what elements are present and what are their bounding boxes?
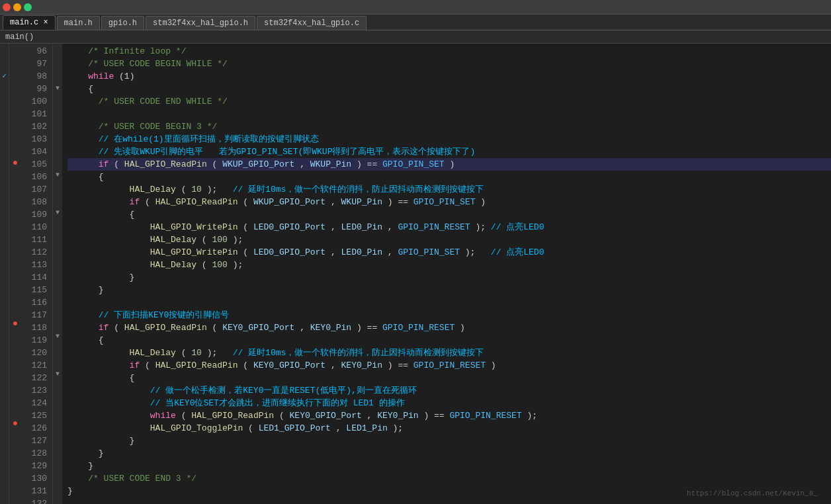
tab-stm32f4xx-hal-gpio-c[interactable]: stm32f4xx_hal_gpio.c: [257, 16, 367, 30]
tab-stm32f4xx-hal-gpio-h[interactable]: stm32f4xx_hal_gpio.h: [146, 16, 255, 30]
debug-gutter: ✓: [0, 44, 9, 504]
code-editor[interactable]: /* Infinite loop */ /* USER CODE BEGIN W…: [62, 44, 831, 504]
tab-gpio-h[interactable]: gpio.h: [101, 16, 144, 30]
code-line-129: }: [67, 460, 831, 472]
code-line-103: // 在while(1)里面循环扫描，判断读取的按键引脚状态: [67, 133, 831, 146]
title-bar: [0, 0, 831, 15]
code-line-125: while ( HAL_GPIO_ReadPin ( KEY0_GPIO_Por…: [67, 409, 831, 422]
maximize-btn[interactable]: [24, 3, 32, 11]
breakpoint-gutter: ● ● ●: [9, 44, 21, 504]
code-line-127: }: [67, 435, 831, 447]
code-line-97: /* USER CODE BEGIN WHILE */: [67, 58, 831, 70]
code-line-102: /* USER CODE BEGIN 3 */: [67, 120, 831, 133]
code-line-128: }: [67, 447, 831, 460]
breakpoint-126[interactable]: ●: [13, 418, 18, 429]
code-line-106: {: [67, 171, 831, 183]
code-line-119: {: [67, 334, 831, 347]
line-numbers: 96 97 98 99 100 101 102 103 104 105 106 …: [21, 44, 53, 504]
code-line-110: HAL_GPIO_WritePin ( LED0_GPIO_Port , LED…: [67, 221, 831, 233]
code-line-121: if ( HAL_GPIO_ReadPin ( KEY0_GPIO_Port ,…: [67, 359, 831, 372]
code-line-101: [67, 108, 831, 120]
code-line-105: if ( HAL_GPIO_ReadPin ( WKUP_GPIO_Port ,…: [67, 158, 831, 171]
code-line-118: if ( HAL_GPIO_ReadPin ( KEY0_GPIO_Port ,…: [67, 321, 831, 334]
watermark: https://blog.csdn.net/Kevin_8_: [687, 489, 818, 497]
code-line-126: HAL_GPIO_TogglePin ( LED1_GPIO_Port , LE…: [67, 422, 831, 435]
tab-main-c[interactable]: main.c ×: [3, 15, 56, 30]
code-line-124: // 当KEY0位SET才会跳出，进而继续执行下面的对 LED1 的操作: [67, 397, 831, 409]
code-line-115: }: [67, 284, 831, 296]
code-line-130: /* USER CODE END 3 */: [67, 472, 831, 485]
code-line-109: {: [67, 208, 831, 221]
main-window: main.c × main.h gpio.h stm32f4xx_hal_gpi…: [0, 0, 831, 504]
code-line-108: if ( HAL_GPIO_ReadPin ( WKUP_GPIO_Port ,…: [67, 196, 831, 208]
code-line-100: /* USER CODE END WHILE */: [67, 95, 831, 108]
code-line-96: /* Infinite loop */: [67, 45, 831, 58]
code-line-120: HAL_Delay ( 10 ); // 延时10ms，做一个软件的消抖，防止因…: [67, 347, 831, 359]
code-line-122: {: [67, 372, 831, 384]
code-line-117: // 下面扫描KEY0按键的引脚信号: [67, 309, 831, 321]
breakpoint-105[interactable]: ●: [13, 157, 18, 168]
breakpoint-118[interactable]: ●: [13, 318, 18, 329]
code-line-132: [67, 497, 831, 504]
code-line-99: {: [67, 83, 831, 95]
code-line-104: // 先读取WKUP引脚的电平 若为GPIO_PIN_SET(即WKUP得到了高…: [67, 146, 831, 158]
code-line-98: while (1): [67, 70, 831, 83]
close-btn[interactable]: [3, 3, 11, 11]
tab-bar: main.c × main.h gpio.h stm32f4xx_hal_gpi…: [0, 15, 831, 30]
function-bar: main(): [0, 30, 831, 44]
minimize-btn[interactable]: [13, 3, 21, 11]
code-line-114: }: [67, 271, 831, 284]
code-line-113: HAL_Delay ( 100 );: [67, 259, 831, 271]
code-line-112: HAL_GPIO_WritePin ( LED0_GPIO_Port , LED…: [67, 246, 831, 259]
editor-outer: ✓: [0, 44, 831, 504]
code-line-123: // 做一个松手检测，若KEY0一直是RESET(低电平),则一直在死循环: [67, 384, 831, 397]
fold-gutter: ▼ ▼ ▼ ▼ ▼: [53, 44, 62, 504]
function-label: main(): [5, 32, 34, 42]
code-line-107: HAL_Delay ( 10 ); // 延时10ms，做一个软件的消抖，防止因…: [67, 183, 831, 196]
code-line-116: [67, 296, 831, 309]
code-line-111: HAL_Delay ( 100 );: [67, 233, 831, 246]
tab-main-h[interactable]: main.h: [57, 16, 100, 30]
